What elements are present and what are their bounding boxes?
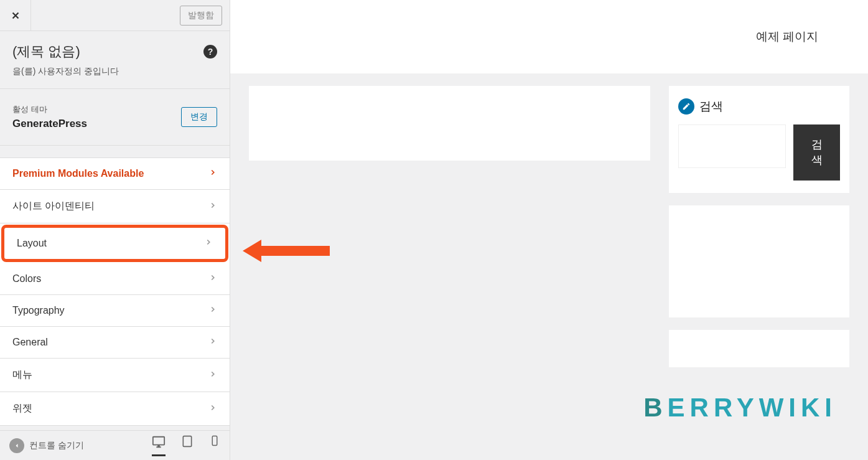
menu-item-premium-modules[interactable]: Premium Modules Available: [0, 158, 230, 190]
customizer-info-section: (제목 없음) ? 을(를) 사용자정의 중입니다: [0, 31, 230, 89]
device-preview-toggles: [152, 435, 220, 456]
publish-button[interactable]: 발행함: [180, 6, 222, 26]
svg-rect-0: [183, 436, 191, 446]
chevron-right-icon: [208, 273, 217, 284]
menu-item-label: Typography: [12, 305, 65, 316]
collapse-icon: [9, 438, 24, 453]
preview-area: 예제 페이지 검색 검 색 BERRYWIKI: [230, 0, 868, 460]
search-input[interactable]: [678, 124, 786, 168]
page-title: (제목 없음): [12, 42, 80, 61]
hide-controls-button[interactable]: 컨트롤 숨기기: [9, 438, 84, 453]
search-widget-title: 검색: [699, 98, 723, 115]
customizer-header: 발행함: [0, 0, 230, 31]
menu-item-layout[interactable]: Layout: [1, 225, 228, 262]
mobile-icon: [209, 435, 220, 446]
chevron-right-icon: [208, 403, 217, 415]
menu-item-label: 사이트 아이덴티티: [12, 200, 95, 213]
preview-sidebar-column: 검색 검 색: [669, 86, 849, 367]
customizer-sidebar: 발행함 (제목 없음) ? 을(를) 사용자정의 중입니다 활성 테마 Gene…: [0, 0, 230, 460]
menu-item-general[interactable]: General: [0, 327, 230, 359]
watermark-text: BERRYWIKI: [643, 393, 837, 423]
svg-rect-1: [212, 436, 217, 445]
menu-item-menus[interactable]: 메뉴: [0, 359, 230, 392]
preview-site-header: 예제 페이지: [230, 0, 868, 73]
menu-item-label: Layout: [17, 238, 47, 249]
pencil-icon: [682, 102, 691, 111]
help-icon[interactable]: ?: [203, 45, 217, 59]
menu-item-widgets[interactable]: 위젯: [0, 392, 230, 426]
chevron-right-icon: [204, 238, 213, 249]
chevron-right-icon: [208, 305, 217, 316]
search-widget: 검색 검 색: [669, 86, 849, 193]
menu-item-label: 메뉴: [12, 368, 32, 382]
chevron-right-icon: [208, 168, 217, 179]
menu-item-colors[interactable]: Colors: [0, 263, 230, 295]
section-spacer: [0, 146, 230, 158]
active-theme-name: GeneratePress: [12, 118, 87, 130]
search-submit-button[interactable]: 검 색: [793, 124, 840, 181]
device-desktop-button[interactable]: [152, 435, 166, 456]
customizer-footer: 컨트롤 숨기기: [0, 430, 230, 460]
menu-item-label: 위젯: [12, 402, 32, 415]
preview-content-block: [249, 86, 650, 161]
preview-main-column: [249, 86, 650, 367]
device-mobile-button[interactable]: [209, 435, 220, 456]
active-theme-label: 활성 테마: [12, 104, 87, 115]
search-form: 검 색: [678, 124, 840, 181]
change-theme-button[interactable]: 변경: [181, 107, 217, 127]
close-icon: [10, 10, 21, 21]
edit-widget-button[interactable]: [678, 98, 694, 115]
desktop-icon: [152, 435, 166, 449]
preview-site-content: 검색 검 색: [230, 73, 868, 380]
preview-widget-placeholder: [669, 205, 849, 317]
preview-widget-placeholder: [669, 330, 849, 367]
customizing-subtitle: 을(를) 사용자정의 중입니다: [12, 66, 217, 77]
tablet-icon: [181, 435, 194, 448]
chevron-right-icon: [208, 337, 217, 348]
menu-item-label: Colors: [12, 273, 41, 284]
preview-nav-link[interactable]: 예제 페이지: [744, 22, 831, 51]
menu-item-label: General: [12, 337, 48, 348]
chevron-right-icon: [208, 370, 217, 381]
customizer-menu-list: Premium Modules Available 사이트 아이덴티티 Layo…: [0, 158, 230, 426]
device-tablet-button[interactable]: [181, 435, 194, 456]
hide-controls-label: 컨트롤 숨기기: [29, 440, 84, 451]
menu-item-label: Premium Modules Available: [12, 168, 144, 179]
menu-item-typography[interactable]: Typography: [0, 295, 230, 327]
customizer-body: (제목 없음) ? 을(를) 사용자정의 중입니다 활성 테마 Generate…: [0, 31, 230, 430]
close-button[interactable]: [0, 0, 31, 31]
menu-item-site-identity[interactable]: 사이트 아이덴티티: [0, 190, 230, 223]
chevron-right-icon: [208, 201, 217, 212]
active-theme-section: 활성 테마 GeneratePress 변경: [0, 89, 230, 146]
